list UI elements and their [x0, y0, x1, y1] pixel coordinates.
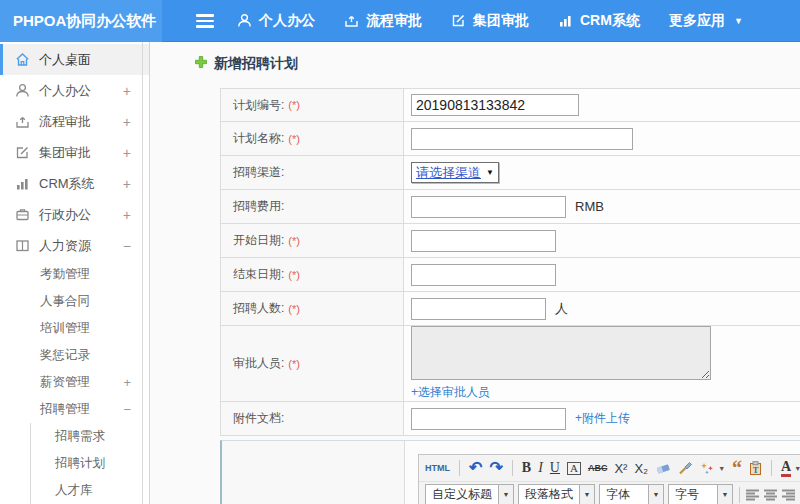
- channel-select[interactable]: 请选择渠道 ▼: [411, 162, 499, 183]
- eraser-icon[interactable]: [655, 462, 671, 475]
- collapse-minus-icon[interactable]: −: [123, 402, 131, 417]
- sidebar-item-talent-pool[interactable]: 人才库: [31, 477, 149, 504]
- undo-icon[interactable]: ↶: [469, 460, 482, 476]
- book-icon: [15, 238, 30, 253]
- nav-crm-system[interactable]: CRM系统: [558, 12, 640, 30]
- unit-suffix: 人: [555, 300, 568, 318]
- bold-icon[interactable]: B: [522, 461, 531, 475]
- italic-icon[interactable]: I: [538, 461, 543, 475]
- sidebar-item-personal-office[interactable]: 个人办公 +: [0, 75, 149, 106]
- attachment-upload-link[interactable]: +附件上传: [575, 410, 630, 427]
- form-row-channel: 招聘渠道: 请选择渠道 ▼: [220, 156, 800, 190]
- html-source-button[interactable]: HTML: [425, 464, 450, 473]
- sidebar-item-label: 招聘需求: [55, 428, 105, 445]
- collapse-minus-icon[interactable]: −: [123, 238, 131, 254]
- field-label: 招聘人数:: [233, 300, 284, 317]
- edit-icon: [15, 145, 30, 160]
- sidebar-item-salary[interactable]: 薪资管理 +: [0, 369, 149, 396]
- attachment-input[interactable]: [411, 408, 566, 430]
- required-mark: (*): [288, 358, 300, 370]
- sidebar-item-attendance[interactable]: 考勤管理: [0, 261, 149, 288]
- sidebar-item-recruit-demand[interactable]: 招聘需求: [31, 423, 149, 450]
- select-approvers-link[interactable]: +选择审批人员: [411, 384, 490, 401]
- process-icon: [15, 114, 30, 129]
- sidebar-item-personal-desktop[interactable]: 个人桌面: [0, 44, 149, 75]
- sidebar-item-admin-office[interactable]: 行政办公 +: [0, 199, 149, 230]
- nav-personal-office[interactable]: 个人办公: [237, 12, 315, 30]
- svg-text:T: T: [753, 465, 759, 475]
- strikethrough-icon[interactable]: ABC: [588, 464, 608, 473]
- headcount-input[interactable]: [411, 298, 546, 320]
- sidebar-item-hr-contract[interactable]: 人事合同: [0, 288, 149, 315]
- form-row-plan-number: 计划编号:(*): [220, 88, 800, 122]
- sidebar-item-group-approval[interactable]: 集团审批 +: [0, 137, 149, 168]
- custom-heading-select[interactable]: 自定义标题 ▼: [425, 484, 514, 504]
- editor-toolbar-row2: 自定义标题 ▼ 段落格式 ▼ 字体 ▼: [419, 481, 800, 504]
- expand-plus-icon[interactable]: +: [123, 176, 131, 192]
- editor-cell: HTML ↶ ↷ B I U A ABC X² X₂: [405, 441, 800, 504]
- paragraph-format-select[interactable]: 段落格式 ▼: [518, 484, 595, 504]
- nav-group-approval[interactable]: 集团审批: [451, 12, 529, 30]
- align-right-icon[interactable]: [782, 489, 796, 501]
- expand-plus-icon[interactable]: +: [123, 145, 131, 161]
- combo-value: 字体: [600, 485, 648, 504]
- rich-text-editor: HTML ↶ ↷ B I U A ABC X² X₂: [418, 454, 800, 504]
- sidebar-item-rewards[interactable]: 奖惩记录: [0, 342, 149, 369]
- font-color-button[interactable]: A ▼: [781, 460, 800, 477]
- sidebar-item-process-approval[interactable]: 流程审批 +: [0, 106, 149, 137]
- magic-wand-icon[interactable]: ▼: [700, 462, 725, 475]
- font-color-icon: A: [781, 460, 791, 477]
- form-row-plan-name: 计划名称:(*): [220, 122, 800, 156]
- cost-input[interactable]: [411, 196, 566, 218]
- sidebar-item-label: 流程审批: [39, 113, 91, 131]
- align-center-icon[interactable]: [764, 489, 778, 501]
- paste-text-icon[interactable]: T: [749, 461, 762, 475]
- expand-plus-icon[interactable]: +: [123, 207, 131, 223]
- align-left-icon[interactable]: [746, 489, 760, 501]
- format-painter-icon[interactable]: [678, 461, 693, 475]
- sidebar-item-label: 考勤管理: [40, 266, 90, 283]
- field-label: 招聘费用:: [233, 198, 284, 215]
- approvers-textarea[interactable]: [411, 326, 711, 380]
- editor-toolbar-row1: HTML ↶ ↷ B I U A ABC X² X₂: [419, 455, 800, 481]
- form-row-editor: HTML ↶ ↷ B I U A ABC X² X₂: [220, 440, 800, 504]
- recruit-plan-form: 计划编号:(*) 计划名称:(*) 招聘渠道: 请选择渠道 ▼ 招聘费用: RM…: [220, 88, 800, 504]
- sidebar-item-label: 人才库: [55, 482, 93, 499]
- char-style-icon[interactable]: A: [567, 462, 581, 475]
- expand-plus-icon[interactable]: +: [123, 83, 131, 99]
- plan-number-input[interactable]: [411, 94, 579, 116]
- nav-label: 个人办公: [259, 12, 315, 30]
- expand-plus-icon[interactable]: +: [123, 114, 131, 130]
- superscript-icon[interactable]: X²: [614, 462, 627, 475]
- blockquote-icon[interactable]: “: [732, 462, 742, 474]
- field-label: 附件文档:: [233, 410, 284, 427]
- sidebar-item-recruit-mgmt[interactable]: 招聘管理 −: [0, 396, 149, 423]
- combo-value: 字号: [669, 485, 717, 504]
- expand-plus-icon[interactable]: +: [123, 375, 131, 390]
- sidebar-item-crm[interactable]: CRM系统 +: [0, 168, 149, 199]
- nav-label: CRM系统: [580, 12, 640, 30]
- sidebar-item-label: 培训管理: [40, 320, 90, 337]
- field-label: 招聘渠道:: [233, 164, 284, 181]
- nav-more-apps[interactable]: 更多应用 ▼: [669, 12, 743, 30]
- caret-down-icon: ▼: [794, 465, 800, 472]
- plan-name-input[interactable]: [411, 128, 633, 150]
- subscript-icon[interactable]: X₂: [634, 462, 648, 475]
- nav-process-approval[interactable]: 流程审批: [344, 12, 422, 30]
- sidebar-item-label: 人力资源: [39, 237, 91, 255]
- sidebar-subtree: 招聘需求 招聘计划 人才库: [30, 423, 149, 504]
- redo-icon[interactable]: ↷: [489, 460, 502, 476]
- start-date-input[interactable]: [411, 230, 556, 252]
- sidebar-item-training[interactable]: 培训管理: [0, 315, 149, 342]
- font-size-select[interactable]: 字号 ▼: [668, 484, 733, 504]
- font-family-select[interactable]: 字体 ▼: [599, 484, 664, 504]
- top-nav-menu: 个人办公 流程审批 集团审批 CRM系统 更多应用: [237, 0, 743, 41]
- form-row-start-date: 开始日期:(*): [220, 224, 800, 258]
- form-row-end-date: 结束日期:(*): [220, 258, 800, 292]
- end-date-input[interactable]: [411, 264, 556, 286]
- menu-toggle-icon[interactable]: [196, 14, 214, 28]
- sidebar-item-label: 招聘计划: [55, 455, 105, 472]
- sidebar-item-hr[interactable]: 人力资源 −: [0, 230, 149, 261]
- sidebar-item-recruit-plan[interactable]: 招聘计划: [31, 450, 149, 477]
- underline-icon[interactable]: U: [550, 461, 560, 475]
